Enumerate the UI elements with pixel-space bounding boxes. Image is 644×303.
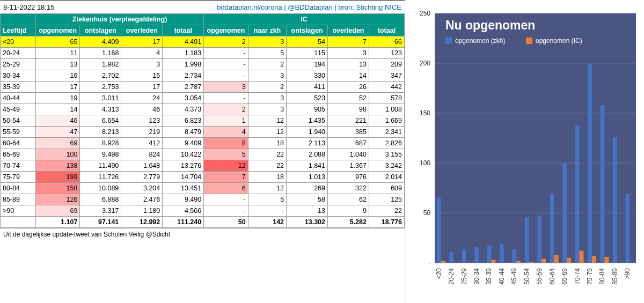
cell-h-tot: 9.490 (163, 194, 204, 205)
cell-h-ont: 11.726 (80, 172, 121, 183)
cell-i-ov: 322 (328, 183, 369, 194)
chart-bar-ic (541, 259, 546, 263)
cell-total-i_tot: 18.776 (369, 217, 404, 228)
table-row: 20-24111.16841.183-51153123 (1, 48, 405, 59)
cell-i-ont: 330 (287, 70, 328, 82)
table-row: 55-59478.2132198.4794121.9403852.341 (1, 127, 405, 138)
chart-ytick: 50 (423, 209, 431, 217)
cell-h-ov: 24 (121, 93, 163, 104)
table-row: >90693.3171.1804.566--13922 (1, 205, 405, 217)
cell-i-nz: 5 (248, 194, 286, 205)
chart-bar-zkh (500, 244, 504, 263)
table-row: 70-7413811.4901.64813.27612221.8411.3673… (1, 160, 405, 172)
cell-h-tot: 10.422 (163, 149, 204, 160)
table-row: 35-39172.753172.7873241126442 (1, 82, 405, 93)
cell-age: 80-84 (1, 183, 36, 194)
cell-h-ov: 3.204 (121, 183, 163, 194)
chart-xtick: 80-84 (598, 268, 606, 285)
cell-h-op: 69 (35, 138, 79, 149)
cell-i-nz: 3 (248, 36, 286, 48)
cell-h-ont: 4.313 (80, 104, 121, 115)
cell-i-nz: 18 (248, 138, 286, 149)
cell-h-ont: 6.888 (80, 194, 121, 205)
chart-bar-ic (580, 251, 584, 263)
chart-bar-zkh (575, 125, 580, 263)
cell-h-ov: 17 (121, 82, 163, 93)
cell-h-tot: 14.704 (163, 172, 204, 183)
chart-xtick: 20-24 (448, 268, 455, 285)
cell-i-ov: 14 (328, 70, 369, 82)
cell-h-op: 17 (35, 82, 79, 93)
chart-xtick: 55-59 (536, 268, 543, 285)
cell-i-tot: 123 (369, 48, 404, 59)
cell-i-ov: 98 (328, 104, 369, 115)
timestamp: 8-11-2022 18:15 (3, 3, 54, 11)
chart-title: Nu opgenomen (445, 18, 535, 32)
table-row: 65-691009.49882410.4225222.0881.0403.155 (1, 149, 405, 160)
cell-i-ont: 269 (287, 183, 328, 194)
cell-i-ont: 905 (287, 104, 328, 115)
chart-bar-zkh (562, 163, 567, 263)
chart-bar-ic (516, 261, 521, 263)
cell-h-ov: 123 (121, 115, 163, 127)
cell-i-tot: 2.341 (369, 127, 404, 138)
cell-i-tot: 1.008 (369, 104, 404, 115)
cell-i-tot: 3.155 (369, 149, 404, 160)
cell-h-tot: 2.734 (163, 70, 204, 82)
cell-total-h_ov: 12.992 (121, 217, 163, 228)
cell-total-h_ont: 97.141 (80, 217, 121, 228)
cell-i-op: 6 (204, 183, 248, 194)
cell-h-ov: 2.476 (121, 194, 163, 205)
cell-i-tot: 578 (369, 93, 404, 104)
chart-bar-zkh (487, 246, 492, 263)
cell-total-h_op: 1.107 (35, 217, 79, 228)
cell-i-op: - (204, 59, 248, 70)
chart-bar-zkh (462, 250, 466, 263)
cell-age: >90 (1, 205, 36, 217)
chart-bar-zkh (537, 216, 541, 263)
chart-bar-zkh (613, 137, 617, 263)
cell-h-tot: 1.998 (163, 59, 204, 70)
cell-h-op: 138 (35, 160, 79, 172)
cell-i-ov: 221 (328, 115, 369, 127)
cell-h-ont: 2.753 (80, 82, 121, 93)
cell-h-ov: 3 (121, 59, 163, 70)
cell-h-ont: 3.011 (80, 93, 121, 104)
chart-bar-ic (491, 260, 495, 263)
chart-xtick: 35-39 (485, 268, 493, 285)
header-i-ontslagen: ontslagen (287, 25, 328, 36)
cell-h-ont: 4.409 (80, 36, 121, 48)
cell-i-op: 2 (204, 36, 248, 48)
cell-i-tot: 209 (369, 59, 404, 70)
cell-h-op: 14 (35, 104, 79, 115)
table-row: 80-8415810.0893.20413.451612269322609 (1, 183, 405, 194)
cell-i-nz: 22 (248, 160, 286, 172)
cell-i-nz: 12 (248, 127, 286, 138)
cell-h-ov: 46 (121, 104, 163, 115)
cell-i-op: - (204, 93, 248, 104)
chart-bar-ic (441, 261, 445, 263)
cell-i-ov: 7 (328, 36, 369, 48)
cell-h-op: 100 (35, 149, 79, 160)
cell-i-op: - (204, 194, 248, 205)
table-row: 40-44193.011243.054-352352578 (1, 93, 405, 104)
cell-i-op: - (204, 70, 248, 82)
header-i-totaal: totaal (369, 25, 404, 36)
cell-h-op: 13 (35, 59, 79, 70)
cell-h-tot: 3.054 (163, 93, 204, 104)
chart-ytick: 100 (420, 159, 430, 167)
chart-xtick: 40-44 (498, 268, 506, 285)
table-row: 45-49144.313464.37323905981.008 (1, 104, 405, 115)
cell-i-ov: 385 (328, 127, 369, 138)
chart-bar-zkh (512, 249, 516, 263)
table-row: 25-29131.98231.998-219413209 (1, 59, 405, 70)
chart-xtick: 30-34 (473, 268, 480, 285)
source-line: bddataplan.nl/corona | @BDDataplan | bro… (217, 3, 401, 11)
chart-bar-ic (554, 255, 559, 263)
cell-i-op: 12 (204, 160, 248, 172)
cell-h-ont: 10.089 (80, 183, 121, 194)
cell-age: 20-24 (1, 48, 36, 59)
cell-total-i_ont: 13.302 (287, 217, 328, 228)
chart-svg: -50100150200250<2020-2425-2930-3435-3940… (405, 0, 644, 303)
table-row: 30-34162.702162.734-333014347 (1, 70, 405, 82)
